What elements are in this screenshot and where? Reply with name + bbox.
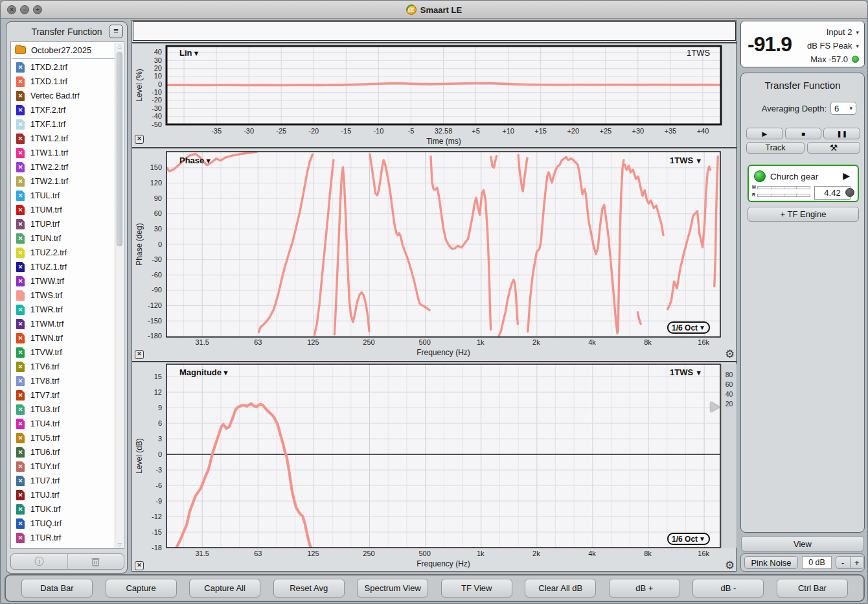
- toolbar-button-spectrum-view[interactable]: Spectrum View: [357, 579, 428, 598]
- toolbar-button-reset-avg[interactable]: Reset Avg: [273, 579, 345, 598]
- toolbar-button-capture-all[interactable]: Capture All: [189, 579, 260, 598]
- magnitude-settings-button[interactable]: ⚙: [725, 560, 735, 571]
- file-name: 1TU4.trf: [30, 419, 60, 428]
- info-button[interactable]: ⓘ: [11, 554, 67, 569]
- tf-engine[interactable]: Church gear ▶ M R 4.42: [748, 165, 859, 202]
- m-slider[interactable]: [757, 186, 810, 189]
- toolbar-button-tf-view[interactable]: TF View: [441, 579, 512, 598]
- list-item[interactable]: ✕1TUZ.2.trf: [11, 246, 124, 260]
- svg-text:150: 150: [150, 163, 162, 171]
- list-item[interactable]: ✕1TWM.trf: [11, 317, 124, 331]
- title-wrap: LE Smaart LE: [1, 1, 867, 19]
- scroll-down-icon[interactable]: ▽: [115, 541, 124, 549]
- list-item[interactable]: ✕1TU5.trf: [11, 431, 124, 445]
- input-select[interactable]: Input 2▾: [807, 25, 859, 39]
- folder-row[interactable]: October27.2025: [11, 42, 124, 58]
- level-minus-button[interactable]: -: [836, 556, 851, 569]
- file-name: 1TXD.1.trf: [30, 77, 67, 86]
- list-item[interactable]: ✕1TU6.trf: [11, 445, 124, 459]
- pause-button[interactable]: ❚❚: [823, 128, 860, 139]
- trf-file-icon: ✕: [16, 362, 25, 372]
- scrollbar-thumb[interactable]: [117, 52, 122, 246]
- list-item[interactable]: ✕Vertec Bad.trf: [11, 89, 124, 103]
- list-item[interactable]: ✕1TXF.2.trf: [11, 103, 124, 117]
- list-item[interactable]: ✕1TUR.trf: [11, 531, 124, 545]
- list-item[interactable]: ✕1TUK.trf: [11, 502, 124, 517]
- title-bar[interactable]: ✕ − + LE Smaart LE: [1, 1, 867, 19]
- toolbar-button-db-[interactable]: dB +: [609, 579, 680, 598]
- averaging-depth-select[interactable]: 6▾: [830, 102, 856, 115]
- list-item[interactable]: ✕1TUP.trf: [11, 217, 124, 231]
- list-item[interactable]: ✕1TW1.1.trf: [11, 146, 124, 160]
- list-item[interactable]: ✕1TUL.trf: [11, 189, 124, 203]
- list-item[interactable]: ✕1TV8.trf: [11, 374, 124, 388]
- meter-unit-select[interactable]: dB FS Peak▾: [807, 39, 859, 52]
- list-item[interactable]: ✕1TUN.trf: [11, 231, 124, 246]
- r-slider[interactable]: [757, 194, 810, 197]
- list-item[interactable]: ✕1TU4.trf: [11, 417, 124, 431]
- meter-max: Max -57.0: [807, 52, 859, 66]
- list-item[interactable]: ✕1TXD.2.trf: [11, 60, 124, 75]
- list-item[interactable]: ✕1TUM.trf: [11, 203, 124, 217]
- toolbar-button-db-[interactable]: dB -: [692, 579, 764, 598]
- list-item[interactable]: ✕1TUQ.trf: [11, 517, 124, 531]
- phase-plot[interactable]: 31.5631252505001k2k4k8k16k1501209060300-…: [132, 148, 737, 362]
- add-tf-engine-button[interactable]: + TF Engine: [748, 207, 859, 222]
- scroll-up-icon[interactable]: △: [115, 43, 124, 51]
- list-item[interactable]: ✕1TW1.2.trf: [11, 132, 124, 146]
- list-item[interactable]: ✕1TVW.trf: [11, 345, 124, 360]
- toolbar-button-clear-all-db[interactable]: Clear All dB: [525, 579, 596, 598]
- magnitude-close-button[interactable]: ✕: [135, 561, 144, 570]
- magnitude-legend-dropdown[interactable]: 1TWS▼: [670, 367, 702, 377]
- phase-title: Phase: [179, 156, 204, 165]
- view-button[interactable]: View: [741, 536, 864, 552]
- stop-button[interactable]: ■: [785, 128, 822, 139]
- list-item[interactable]: ✕1TV7.trf: [11, 388, 124, 402]
- list-item[interactable]: ✕1TWN.trf: [11, 331, 124, 345]
- magnitude-plot[interactable]: 31.5631252505001k2k4k8k16k15129630-3-6-9…: [132, 362, 737, 574]
- lin-close-button[interactable]: ✕: [135, 135, 144, 144]
- delete-button[interactable]: [67, 554, 124, 569]
- record-dot[interactable]: [845, 188, 854, 197]
- list-item[interactable]: ✕1TUY.trf: [11, 459, 124, 474]
- phase-title-dropdown[interactable]: Phase▼: [179, 156, 212, 165]
- list-item[interactable]: ✕1TUZ.1.trf: [11, 260, 124, 274]
- svg-text:16k: 16k: [698, 550, 709, 557]
- engine-play-button[interactable]: ▶: [843, 170, 850, 181]
- list-item[interactable]: ✕1TW2.1.trf: [11, 174, 124, 189]
- toolbar-button-capture[interactable]: Capture: [106, 579, 177, 598]
- pink-noise-button[interactable]: Pink Noise: [744, 556, 798, 569]
- list-item[interactable]: ✕1TXD.1.trf: [11, 75, 124, 89]
- coherence-pointer[interactable]: [711, 402, 720, 412]
- scrollbar[interactable]: △ ▽: [115, 43, 123, 549]
- sidebar-menu-button[interactable]: ≡: [109, 25, 123, 38]
- list-item[interactable]: ✕1TWR.trf: [11, 303, 124, 317]
- svg-text:500: 500: [418, 338, 430, 346]
- caret-down-icon: ▾: [856, 29, 859, 36]
- coherence-scale: 80604020: [721, 364, 737, 548]
- list-item[interactable]: ✕1TWW.trf: [11, 274, 124, 288]
- phase-settings-button[interactable]: ⚙: [725, 349, 735, 360]
- play-button[interactable]: ▶: [746, 128, 783, 139]
- magnitude-title-dropdown[interactable]: Magnitude▼: [179, 367, 229, 377]
- list-item[interactable]: ✕1TUJ.trf: [11, 488, 124, 502]
- list-item[interactable]: 1TWS.trf: [11, 288, 124, 303]
- list-item[interactable]: ✕1TU3.trf: [11, 402, 124, 417]
- phase-octave-button[interactable]: 1/6 Oct▼: [667, 321, 710, 334]
- lin-plot[interactable]: -35-30-25-20-15-10-532.58+5+10+15+20+25+…: [132, 43, 737, 148]
- toolbar-button-data-bar[interactable]: Data Bar: [21, 579, 93, 598]
- track-button[interactable]: Track: [746, 142, 805, 154]
- list-item[interactable]: ✕1TXF.1.trf: [11, 117, 124, 132]
- generator-level-field[interactable]: 0 dB: [802, 556, 832, 569]
- list-item[interactable]: ✕1TW2.2.trf: [11, 160, 124, 174]
- list-item[interactable]: ✕1TV6.trf: [11, 360, 124, 374]
- list-item[interactable]: ✕1TU7.trf: [11, 474, 124, 488]
- phase-close-button[interactable]: ✕: [135, 350, 144, 359]
- lin-title-dropdown[interactable]: Lin▼: [179, 48, 200, 58]
- tools-button[interactable]: ⚒: [807, 142, 860, 154]
- toolbar-button-ctrl-bar[interactable]: Ctrl Bar: [777, 579, 848, 598]
- file-list[interactable]: October27.2025 ✕1TXD.2.trf✕1TXD.1.trf✕Ve…: [10, 41, 124, 549]
- phase-legend-dropdown[interactable]: 1TWS▼: [670, 156, 702, 165]
- magnitude-octave-button[interactable]: 1/6 Oct▼: [667, 533, 710, 545]
- level-plus-button[interactable]: +: [851, 556, 865, 569]
